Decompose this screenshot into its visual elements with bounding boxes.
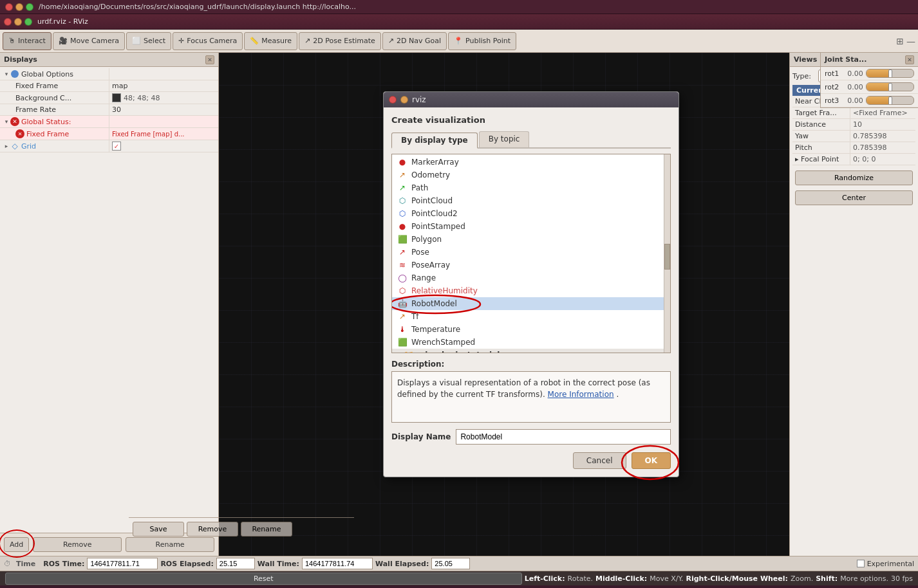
fixed-frame-value[interactable]: map — [109, 80, 218, 91]
color-swatch[interactable] — [112, 93, 121, 102]
distance-value[interactable]: 10 — [850, 119, 915, 130]
experimental-checkbox[interactable] — [857, 560, 865, 567]
background-color-value: 48; 48; 48 — [109, 92, 218, 104]
wall-elapsed-input[interactable] — [431, 558, 470, 569]
joint-rot1-slider[interactable] — [866, 69, 914, 78]
tf-label: Tf — [411, 312, 419, 321]
add-button[interactable]: Add — [4, 537, 29, 552]
win-window-controls[interactable] — [4, 18, 32, 26]
dialog-min-button[interactable] — [400, 96, 408, 104]
viz-item-path[interactable]: ↗ Path — [392, 181, 670, 194]
wall-elapsed-label: Wall Elapsed: — [375, 560, 429, 568]
viz-item-robotmodel[interactable]: 🤖 RobotModel — [392, 297, 670, 310]
window-controls[interactable] — [5, 3, 33, 11]
remove-button[interactable]: Remove — [33, 537, 122, 552]
os-title-bar: /home/xiaoqiang/Documents/ros/src/xiaoqi… — [0, 0, 918, 14]
grid-checkbox[interactable]: ✓ — [112, 142, 121, 151]
dialog-close-button[interactable] — [389, 96, 397, 104]
nav-goal-label: 2D Nav Goal — [397, 37, 441, 45]
viz-group-rviz-tutorials[interactable]: ▾ 📁 rviz_plugin_tutorials — [392, 349, 670, 353]
viz-item-relativehumidity[interactable]: ⬡ RelativeHumidity — [392, 284, 670, 297]
publish-point-icon: 📍 — [454, 37, 463, 45]
joint-rot3-slider[interactable] — [866, 96, 914, 105]
views-randomize-button[interactable]: Randomize — [795, 170, 913, 185]
minimize-button[interactable] — [15, 3, 23, 11]
path-label: Path — [411, 183, 428, 192]
temperature-label: Temperature — [411, 325, 460, 334]
reset-button[interactable]: Reset — [5, 573, 522, 585]
viz-item-temperature[interactable]: 🌡 Temperature — [392, 323, 670, 336]
viz-item-range[interactable]: ◯ Range — [392, 271, 670, 284]
viz-item-posearray[interactable]: ≋ PoseArray — [392, 259, 670, 271]
focalpoint-expand[interactable]: ▸ — [795, 155, 799, 163]
targetframe-value[interactable]: <Fixed Frame> — [850, 107, 915, 118]
displays-close-button[interactable]: ✕ — [205, 55, 214, 64]
measure-button[interactable]: 📏 Measure — [244, 32, 297, 50]
odometry-icon: ↗ — [397, 170, 407, 180]
dialog-heading: Create visualization — [391, 115, 671, 125]
win-minimize-button[interactable] — [14, 18, 22, 26]
ros-elapsed-input[interactable] — [216, 558, 255, 569]
viz-item-wrenchstamped[interactable]: 🟩 WrenchStamped — [392, 336, 670, 349]
win-close-button[interactable] — [4, 18, 12, 26]
viz-item-pointstamped[interactable]: ● PointStamped — [392, 220, 670, 233]
markerarray-label: MarkerArray — [411, 158, 459, 167]
interact-icon: 🖱 — [8, 37, 15, 45]
win-maximize-button[interactable] — [24, 18, 32, 26]
move-camera-button[interactable]: 🎥 Move Camera — [53, 32, 125, 50]
viz-item-pointcloud2[interactable]: ⬡ PointCloud2 — [392, 207, 670, 220]
fixed-frame-error-value: Fixed Frame [map] d... — [109, 128, 218, 140]
close-button[interactable] — [5, 3, 13, 11]
relativehumidity-icon: ⬡ — [397, 286, 407, 296]
grid-expand[interactable]: ▸ — [3, 142, 10, 150]
main-layout: Displays ✕ ▾ Global Options Fixed Frame — [0, 53, 918, 556]
nav-goal-button[interactable]: ↗ 2D Nav Goal — [382, 32, 447, 50]
displays-title: Displays — [4, 55, 37, 64]
cancel-button[interactable]: Cancel — [573, 452, 626, 469]
list-scrollbar[interactable] — [664, 154, 670, 353]
views-center-button[interactable]: Center — [795, 190, 913, 205]
more-information-link[interactable]: More Information — [548, 390, 614, 399]
posearray-icon: ≋ — [397, 260, 407, 270]
ros-time-input[interactable] — [87, 558, 158, 569]
viz-item-tf[interactable]: ↗ Tf — [392, 310, 670, 323]
global-options-icon — [10, 69, 19, 78]
display-name-input[interactable] — [456, 429, 671, 445]
tab-by-topic[interactable]: By topic — [479, 131, 530, 147]
robotmodel-label: RobotModel — [411, 299, 457, 308]
viz-item-polygon[interactable]: 🟩 Polygon — [392, 233, 670, 246]
yaw-value[interactable]: 0.785398 — [850, 131, 915, 142]
viz-item-markerarray[interactable]: ● MarkerArray — [392, 156, 670, 169]
ros-time-label: ROS Time: — [43, 560, 84, 568]
viz-item-pose[interactable]: ↗ Pose — [392, 246, 670, 259]
frame-rate-left: Frame Rate — [0, 104, 109, 115]
joint-rot2-slider[interactable] — [866, 82, 914, 91]
shift-label: Shift: — [816, 574, 838, 583]
maximize-button[interactable] — [26, 3, 33, 11]
joint-row-rot2: rot2 0.00 — [821, 80, 918, 94]
pose-estimate-button[interactable]: ↗ 2D Pose Estimate — [299, 32, 381, 50]
visualization-list[interactable]: ● MarkerArray ↗ Odometry ↗ Path — [391, 154, 671, 353]
viz-item-pointcloud[interactable]: ⬡ PointCloud — [392, 194, 670, 207]
focalpoint-value[interactable]: 0; 0; 0 — [850, 154, 915, 165]
global-status-expand[interactable]: ▾ — [3, 118, 10, 125]
ok-button[interactable]: OK — [632, 452, 671, 469]
global-options-left: ▾ Global Options — [0, 68, 109, 80]
tab-bar: By display type By topic — [391, 131, 671, 149]
publish-point-button[interactable]: 📍 Publish Point — [448, 32, 516, 50]
select-button[interactable]: ⬜ Select — [126, 32, 171, 50]
middle-click-label: Middle-Click: — [595, 574, 647, 583]
viz-item-odometry[interactable]: ↗ Odometry — [392, 169, 670, 181]
frame-rate-value[interactable]: 30 — [109, 104, 218, 115]
scrollbar-thumb[interactable] — [664, 244, 670, 270]
viewport[interactable]: rviz Create visualization By display typ… — [219, 53, 789, 556]
wall-time-input[interactable] — [302, 558, 373, 569]
joint-panel-close[interactable]: ✕ — [905, 55, 914, 64]
interact-button[interactable]: 🖱 Interact — [3, 32, 52, 50]
views-save-button[interactable]: Save — [133, 522, 184, 537]
pitch-value[interactable]: 0.785398 — [850, 142, 915, 153]
focus-camera-button[interactable]: ✛ Focus Camera — [173, 32, 243, 50]
global-options-expand[interactable]: ▾ — [3, 70, 10, 78]
viz-list-inner: ● MarkerArray ↗ Odometry ↗ Path — [392, 154, 670, 353]
tab-by-display-type[interactable]: By display type — [391, 133, 478, 149]
